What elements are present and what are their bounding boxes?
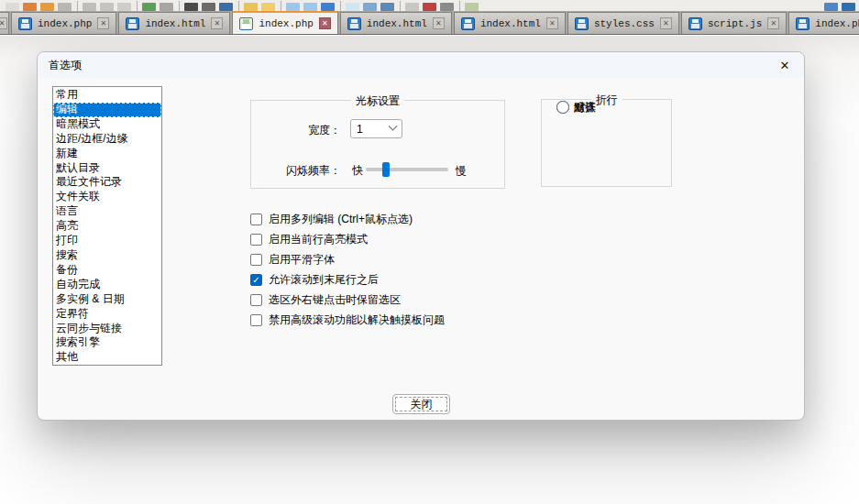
editor-tab[interactable]: index.html ✕ [454, 12, 566, 34]
cursor-width-select[interactable]: 1 [350, 119, 402, 138]
category-item[interactable]: 暗黑模式 [53, 117, 161, 132]
checkbox-icon[interactable]: ✓ [250, 234, 262, 246]
checkbox-icon[interactable]: ✓ [250, 214, 262, 225]
tab-label: script.js [708, 18, 762, 29]
category-item[interactable]: 编辑 [53, 103, 161, 117]
category-item[interactable]: 其他 [53, 350, 161, 365]
option-label: 启用多列编辑 (Ctrl+鼠标点选) [269, 212, 413, 227]
toolbar-icon[interactable] [465, 3, 479, 11]
toolbar-icon[interactable] [405, 3, 419, 11]
category-item[interactable]: 高亮 [53, 219, 161, 234]
editor-tab[interactable]: styles.css ✕ [567, 12, 679, 34]
close-button[interactable]: 关闭 [392, 394, 450, 414]
cursor-width-label: 宽度： [308, 123, 341, 138]
category-item[interactable]: 边距/边框/边缘 [53, 132, 161, 147]
editor-tab[interactable]: index.php ✕ [11, 12, 116, 34]
toolbar-icon[interactable] [23, 3, 37, 11]
toolbar-icon[interactable] [179, 1, 180, 11]
toolbar-icon[interactable] [238, 1, 239, 11]
edit-options: ✓ 启用多列编辑 (Ctrl+鼠标点选) ✓ 启用当前行高亮模式 ✓ 启用平滑字… [250, 209, 445, 330]
dialog-close-icon[interactable]: ✕ [776, 59, 793, 72]
category-item[interactable]: 语言 [53, 204, 161, 219]
editor-tab[interactable]: index.html ✕ [340, 12, 452, 34]
toolbar-icon[interactable] [340, 1, 341, 11]
option-row[interactable]: ✓ 启用当前行高亮模式 [250, 229, 445, 249]
toolbar-icon[interactable] [459, 1, 460, 11]
toolbar-icon[interactable] [160, 3, 173, 11]
toolbar-icon[interactable] [440, 3, 454, 11]
category-item[interactable]: 自动完成 [53, 278, 161, 292]
tab-close-icon[interactable]: ✕ [97, 17, 109, 29]
option-row[interactable]: ✓ 启用多列编辑 (Ctrl+鼠标点选) [250, 209, 445, 229]
toolbar-icon[interactable] [400, 1, 401, 11]
radio-icon[interactable] [556, 101, 569, 114]
dialog-titlebar: 首选项 ✕ [38, 52, 804, 78]
option-row[interactable]: ✓ 允许滚动到末尾行之后 [250, 269, 445, 290]
toolbar-icon[interactable] [423, 3, 436, 11]
toolbar-icon[interactable] [58, 3, 72, 11]
toolbar-icon[interactable] [202, 3, 215, 11]
checkbox-icon[interactable]: ✓ [250, 314, 262, 326]
toolbar-icon[interactable] [286, 3, 300, 11]
editor-tab[interactable]: script.js ✕ [681, 12, 787, 34]
toolbar-icon[interactable] [117, 3, 131, 11]
toolbar-icon[interactable] [380, 3, 394, 11]
tab-close-icon[interactable]: ✕ [211, 17, 223, 29]
category-item[interactable]: 打印 [53, 234, 161, 248]
toolbar-icon[interactable] [100, 3, 114, 11]
toolbar-icon[interactable] [363, 3, 377, 11]
save-state-icon [575, 17, 589, 30]
toolbar-icon[interactable] [6, 3, 19, 11]
checkbox-icon[interactable]: ✓ [250, 254, 262, 266]
save-state-icon [239, 17, 253, 30]
tab-close-icon[interactable]: ✕ [0, 17, 7, 29]
toolbar-icon[interactable] [142, 3, 156, 11]
category-item[interactable]: 云同步与链接 [53, 322, 161, 336]
tab-close-icon[interactable]: ✕ [433, 17, 445, 29]
category-item[interactable]: 新建 [53, 147, 161, 161]
blink-slider-thumb[interactable] [382, 162, 390, 177]
editor-tab[interactable]: index.html ✕ [118, 12, 230, 34]
blink-rate-label: 闪烁频率： [286, 163, 341, 179]
toolbar-icon[interactable] [219, 3, 233, 11]
checkbox-icon[interactable]: ✓ [250, 294, 262, 306]
toolbar-icon[interactable] [321, 3, 335, 11]
option-row[interactable]: ✓ 选区外右键点击时保留选区 [250, 290, 445, 310]
option-label: 启用平滑字体 [269, 252, 335, 268]
toolbar-icon[interactable] [842, 3, 855, 11]
category-item[interactable]: 默认目录 [53, 161, 161, 176]
category-item[interactable]: 常用 [53, 88, 161, 103]
category-item[interactable]: 最近文件记录 [53, 175, 161, 190]
tab-close-icon[interactable]: ✕ [767, 17, 779, 29]
toolbar-icon[interactable] [40, 3, 54, 11]
tab-close-icon[interactable]: ✕ [660, 17, 672, 29]
tab-label: index.html [145, 18, 205, 29]
category-item[interactable]: 文件关联 [53, 190, 161, 204]
editor-tab[interactable]: index.php ✕ [788, 12, 859, 34]
editor-tab[interactable]: index.php ✕ [232, 11, 337, 34]
toolbar-icon[interactable] [303, 3, 317, 11]
tab-label: index.php [259, 18, 313, 29]
tab-close-icon[interactable]: ✕ [319, 17, 331, 29]
category-list[interactable]: 常用 编辑 暗黑模式 边距/边框/边缘 新建 默认目录 最近文件记录 文件关联 … [52, 86, 162, 366]
wrap-option[interactable]: 缩排 [556, 100, 596, 115]
toolbar-icon[interactable] [83, 3, 96, 11]
blink-rate-slider[interactable] [366, 168, 448, 171]
checkbox-icon[interactable]: ✓ [250, 274, 262, 286]
toolbar-icon[interactable] [77, 1, 78, 11]
category-item[interactable]: 备份 [53, 263, 161, 278]
toolbar-icon[interactable] [137, 1, 138, 11]
option-row[interactable]: ✓ 禁用高级滚动功能以解决触摸板问题 [250, 310, 445, 330]
category-item[interactable]: 搜索 [53, 248, 161, 263]
tab-close-icon[interactable]: ✕ [546, 17, 558, 29]
toolbar-icon[interactable] [281, 1, 281, 11]
category-item[interactable]: 多实例 & 日期 [53, 292, 161, 307]
option-row[interactable]: ✓ 启用平滑字体 [250, 249, 445, 269]
toolbar-icon[interactable] [346, 3, 359, 11]
category-item[interactable]: 搜索引擎 [53, 335, 161, 350]
category-item[interactable]: 定界符 [53, 307, 161, 322]
toolbar-icon[interactable] [244, 3, 258, 11]
toolbar-icon[interactable] [261, 3, 275, 11]
toolbar-icon[interactable] [184, 3, 198, 11]
toolbar-icon[interactable] [824, 3, 838, 11]
